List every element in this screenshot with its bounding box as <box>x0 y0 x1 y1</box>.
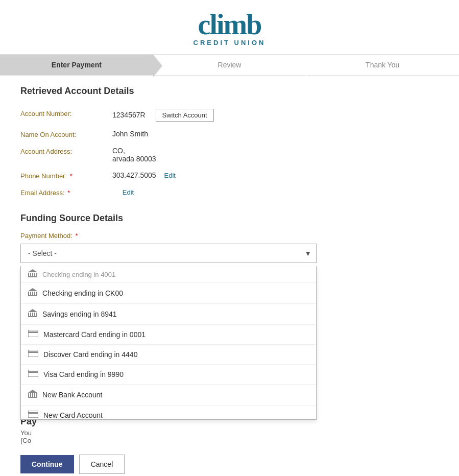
logo-main: climb <box>0 10 459 39</box>
payment-method-dropdown-list: Checking ending in 4001 Checking ending … <box>20 266 317 420</box>
pay-section-note: You <box>20 429 388 437</box>
dropdown-item-visa[interactable]: Visa Card ending in 9990 <box>21 365 316 385</box>
phone-number-row: Phone Number: * 303.427.5005 Edit <box>20 167 388 184</box>
svg-rect-31 <box>34 393 35 397</box>
svg-rect-14 <box>28 316 37 317</box>
svg-rect-3 <box>32 273 33 276</box>
step-enter-payment[interactable]: Enter Payment <box>0 55 153 75</box>
step-thank-you[interactable]: Thank You <box>306 55 459 75</box>
cancel-button[interactable]: Cancel <box>79 455 125 474</box>
account-number-value: 1234567R Switch Account <box>112 109 214 122</box>
card-icon-new <box>28 411 38 419</box>
progress-bar: Enter Payment Review Thank You <box>0 55 459 76</box>
svg-rect-1 <box>28 273 29 276</box>
svg-rect-18 <box>34 313 35 316</box>
phone-number-value: 303.427.5005 Edit <box>112 171 176 179</box>
svg-marker-33 <box>28 390 37 393</box>
email-address-row: Email Address: * Edit <box>20 184 388 201</box>
svg-rect-34 <box>28 411 38 418</box>
phone-edit-link[interactable]: Edit <box>164 172 176 179</box>
funding-source-section: Funding Source Details Payment Method: *… <box>20 213 388 263</box>
main-content: Retrieved Account Details Account Number… <box>0 76 408 476</box>
dropdown-item-new-bank[interactable]: New Bank Account <box>21 385 316 406</box>
payment-method-select[interactable]: - Select - <box>20 244 317 263</box>
svg-rect-25 <box>28 370 38 377</box>
svg-rect-10 <box>32 292 33 295</box>
svg-marker-13 <box>28 288 37 291</box>
card-icon-discover <box>28 350 38 359</box>
svg-rect-11 <box>34 292 35 295</box>
step-review[interactable]: Review <box>153 55 306 75</box>
logo-sub: CREDIT UNION <box>0 39 459 46</box>
dropdown-item-new-card[interactable]: New Card Account <box>21 406 316 419</box>
dropdown-item-mastercard[interactable]: Mastercard Card ending in 0001 <box>21 325 316 345</box>
bank-icon-ck00 <box>28 288 37 298</box>
funding-section-title: Funding Source Details <box>20 213 388 224</box>
email-address-value: Edit <box>112 188 134 196</box>
card-icon-visa <box>28 370 38 379</box>
email-required-star: * <box>67 189 70 197</box>
dropdown-item-savings-8941[interactable]: Savings ending in 8941 <box>21 304 316 325</box>
svg-marker-20 <box>28 309 37 312</box>
continue-button[interactable]: Continue <box>20 455 74 473</box>
dropdown-item-discover[interactable]: Discover Card ending in 4440 <box>21 345 316 365</box>
svg-rect-27 <box>28 397 37 398</box>
svg-rect-16 <box>30 313 31 316</box>
account-address-row: Account Address: CO, arvada 80003 <box>20 142 388 167</box>
name-on-account-label: Name On Account: <box>20 130 112 138</box>
svg-rect-35 <box>28 412 38 414</box>
svg-rect-17 <box>32 313 33 316</box>
svg-rect-5 <box>36 273 37 276</box>
card-icon-mastercard <box>28 330 38 339</box>
payment-method-dropdown-container[interactable]: - Select - ▼ Checking ending in 4001 <box>20 244 317 263</box>
svg-rect-28 <box>28 393 29 397</box>
svg-rect-22 <box>28 331 38 333</box>
account-address-value: CO, arvada 80003 <box>112 147 156 163</box>
dropdown-item-partial[interactable]: Checking ending in 4001 <box>21 266 316 283</box>
pay-section-placeholder: {Co <box>20 437 388 444</box>
svg-rect-30 <box>32 393 33 397</box>
svg-rect-32 <box>36 393 37 397</box>
bank-icon-partial <box>28 269 37 279</box>
payment-required-star: * <box>76 232 78 240</box>
form-buttons: Continue Cancel <box>20 455 388 474</box>
svg-rect-9 <box>30 292 31 295</box>
svg-marker-6 <box>28 269 37 272</box>
phone-number-label: Phone Number: * <box>20 171 112 180</box>
account-address-label: Account Address: <box>20 147 112 155</box>
payment-amount-section: Pay You {Co <box>20 416 388 444</box>
name-on-account-value: John Smith <box>112 130 148 138</box>
dropdown-item-checking-ck00[interactable]: Checking ending in CK00 <box>21 283 316 304</box>
svg-rect-24 <box>28 351 38 353</box>
account-number-row: Account Number: 1234567R Switch Account <box>20 105 388 126</box>
svg-rect-29 <box>30 393 31 397</box>
svg-rect-23 <box>28 350 38 357</box>
svg-rect-26 <box>28 371 38 373</box>
svg-rect-4 <box>34 273 35 276</box>
svg-rect-8 <box>28 292 29 295</box>
bank-icon-savings <box>28 309 37 319</box>
dropdown-scroll-area[interactable]: Checking ending in 4001 Checking ending … <box>21 266 316 419</box>
account-number-label: Account Number: <box>20 109 112 117</box>
switch-account-button[interactable]: Switch Account <box>156 109 214 122</box>
svg-rect-19 <box>36 313 37 316</box>
email-address-label: Email Address: * <box>20 188 112 197</box>
email-edit-link[interactable]: Edit <box>123 188 134 196</box>
svg-rect-0 <box>28 276 37 277</box>
account-section-title: Retrieved Account Details <box>20 86 388 97</box>
bank-icon-new <box>28 390 37 400</box>
svg-rect-2 <box>30 273 31 276</box>
page-header: climb CREDIT UNION <box>0 0 459 55</box>
payment-method-label: Payment Method: * <box>20 232 388 240</box>
svg-rect-15 <box>28 313 29 316</box>
name-on-account-row: Name On Account: John Smith <box>20 126 388 142</box>
svg-rect-12 <box>36 292 37 295</box>
phone-required-star: * <box>70 172 73 180</box>
account-details-section: Retrieved Account Details Account Number… <box>20 86 388 201</box>
svg-rect-7 <box>28 295 37 296</box>
svg-rect-21 <box>28 330 38 337</box>
